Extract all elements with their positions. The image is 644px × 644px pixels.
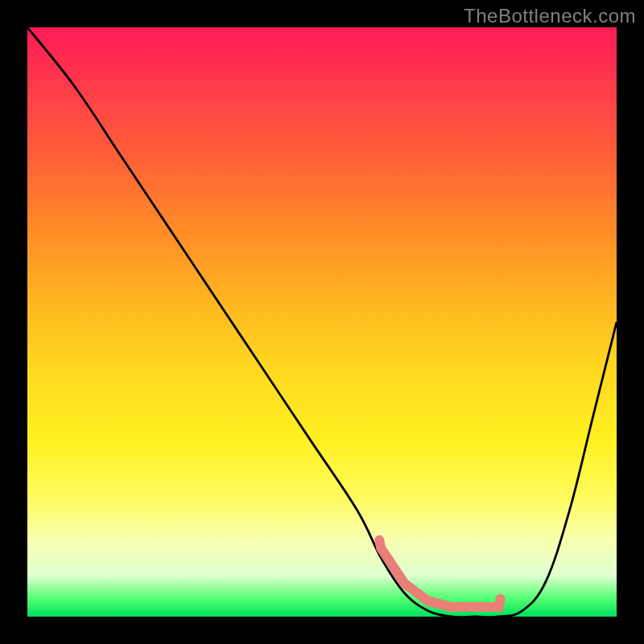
valley-marker — [379, 540, 500, 607]
watermark-text: TheBottleneck.com — [464, 5, 636, 27]
chart-plot-area — [27, 27, 617, 617]
bottleneck-curve — [27, 27, 617, 617]
chart-curve-layer — [27, 27, 617, 617]
